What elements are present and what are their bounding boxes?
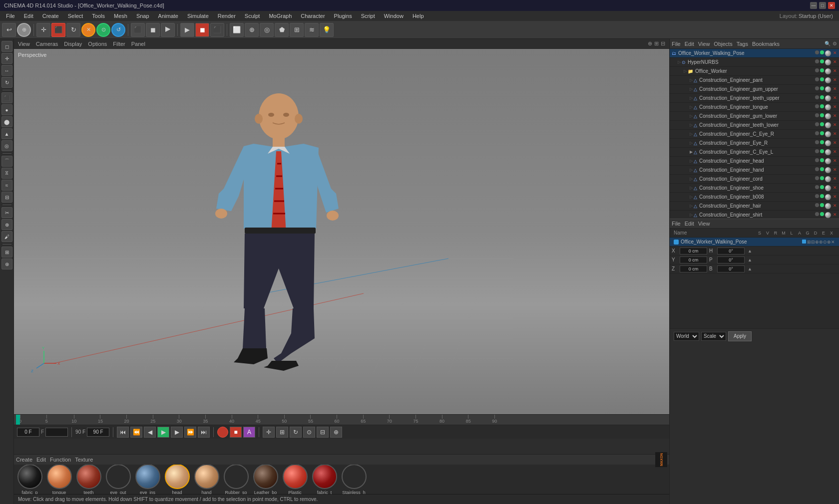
om-edit[interactable]: Edit — [685, 41, 694, 47]
material-btn[interactable]: ⊞ — [290, 23, 304, 37]
scale-button[interactable]: ⬛ — [51, 23, 65, 37]
mat-edit[interactable]: Edit — [36, 457, 46, 463]
obj-delete-16[interactable]: ✕ — [833, 194, 837, 200]
vh-icon1[interactable]: ⊕ — [648, 40, 652, 47]
open-button[interactable]: ◼ — [146, 23, 160, 37]
obj-row-Construction_Engineer_shoe[interactable]: ▷△Construction_Engineer_shoe✕ — [670, 184, 839, 193]
menu-character[interactable]: Character — [297, 12, 329, 20]
tc-rotate[interactable]: ↻ — [290, 427, 302, 438]
layout-value[interactable]: Startup (User) — [799, 13, 833, 19]
mat-item-Stainless_h[interactable]: Stainless_h — [340, 465, 368, 494]
om-objects[interactable]: Objects — [714, 41, 732, 47]
am-view[interactable]: View — [698, 221, 710, 227]
lt-extrude[interactable]: ⧖ — [1, 168, 12, 179]
move-button[interactable]: ✛ — [36, 23, 50, 37]
cursor-button[interactable]: ⊕ — [17, 23, 31, 37]
menu-animate[interactable]: Animate — [154, 12, 182, 20]
lt-cone[interactable]: ▲ — [1, 128, 12, 139]
menu-mesh[interactable]: Mesh — [110, 12, 131, 20]
lt-grid[interactable]: ⊞ — [1, 247, 12, 257]
attr-x-pos[interactable] — [680, 248, 707, 254]
obj-delete-9[interactable]: ✕ — [833, 131, 837, 137]
menu-select[interactable]: Select — [64, 12, 87, 20]
render-btn[interactable]: ▶ — [180, 23, 194, 37]
om-tags[interactable]: Tags — [737, 41, 748, 47]
obj-delete-7[interactable]: ✕ — [833, 113, 837, 119]
obj-delete-13[interactable]: ✕ — [833, 167, 837, 173]
obj-delete-18[interactable]: ✕ — [833, 212, 837, 218]
obj-row-Construction_Engineer_cord[interactable]: ▷△Construction_Engineer_cord✕ — [670, 175, 839, 184]
menu-create[interactable]: Create — [38, 12, 63, 20]
render-active[interactable]: ◼ — [195, 23, 209, 37]
attr-h-val[interactable] — [717, 248, 745, 254]
next-frame-button[interactable]: ▶ — [171, 427, 183, 438]
tc-pla[interactable]: ⊟ — [317, 427, 329, 438]
vh-options[interactable]: Options — [88, 41, 107, 47]
menu-plugins[interactable]: Plugins — [330, 12, 356, 20]
stop-button[interactable]: ■ — [230, 427, 242, 438]
om-bookmarks[interactable]: Bookmarks — [752, 41, 780, 47]
vh-display[interactable]: Display — [64, 41, 82, 47]
om-view[interactable]: View — [698, 41, 710, 47]
obj-row-Construction_Engineer_shirt[interactable]: ▷△Construction_Engineer_shirt✕ — [670, 211, 839, 219]
obj-row-Construction_Engineer_C_Eye_L[interactable]: ▶△Construction_Engineer_C_Eye_L✕ — [670, 148, 839, 157]
object-btn[interactable]: ⬜ — [230, 23, 244, 37]
timeline-ruler[interactable]: 051015202530354045505560657075808590 — [14, 415, 669, 425]
obj-delete-14[interactable]: ✕ — [833, 176, 837, 182]
obj-delete-0[interactable]: ✕ — [833, 50, 837, 56]
mat-item-teeth[interactable]: teeth — [75, 465, 102, 494]
lt-sphere[interactable]: ● — [1, 104, 12, 115]
menu-sculpt[interactable]: Sculpt — [241, 12, 264, 20]
viewport-3d[interactable]: X Y Z — [14, 49, 669, 414]
null-btn[interactable]: ⊕ — [245, 23, 259, 37]
mat-item-Plastic[interactable]: Plastic — [281, 465, 309, 494]
am-file[interactable]: File — [672, 221, 681, 227]
scale2-button[interactable]: ⊙ — [96, 23, 110, 37]
current-frame-input[interactable] — [17, 428, 39, 437]
skip-end-button[interactable]: ⏭ — [198, 427, 210, 438]
camera-btn[interactable]: ◎ — [260, 23, 274, 37]
lt-select[interactable]: ◻ — [1, 41, 12, 52]
obj-delete-10[interactable]: ✕ — [833, 140, 837, 146]
lt-loft[interactable]: ⊟ — [1, 192, 12, 203]
new-button[interactable]: ⬛ — [131, 23, 145, 37]
om-settings-icon[interactable]: ⚙ — [833, 41, 837, 46]
end-frame-input[interactable] — [87, 428, 109, 437]
lt-cylinder[interactable]: ⬤ — [1, 116, 12, 127]
mat-item-head[interactable]: head — [163, 465, 191, 494]
light-btn[interactable]: ⬟ — [275, 23, 289, 37]
next-keyframe-button[interactable]: ⏩ — [184, 427, 196, 438]
obj-row-Construction_Engineer_hair[interactable]: ▷△Construction_Engineer_hair✕ — [670, 202, 839, 211]
vh-icon3[interactable]: ⊟ — [661, 40, 665, 47]
mat-item-eye_ins[interactable]: eye_ins — [134, 465, 161, 494]
prev-frame-button[interactable]: ◀ — [144, 427, 156, 438]
lt-scale[interactable]: ↔ — [1, 65, 12, 76]
vh-panel[interactable]: Panel — [131, 41, 145, 47]
undo-button[interactable]: ↩ — [2, 23, 16, 37]
obj-delete-1[interactable]: ✕ — [833, 59, 837, 65]
minimize-button[interactable]: — — [810, 2, 817, 9]
obj-row-Construction_Engineer_tongue[interactable]: ▷△Construction_Engineer_tongue✕ — [670, 103, 839, 112]
obj-delete-6[interactable]: ✕ — [833, 104, 837, 110]
menu-file[interactable]: File — [2, 12, 19, 20]
menu-edit[interactable]: Edit — [20, 12, 37, 20]
tc-move[interactable]: ✛ — [263, 427, 275, 438]
object-list[interactable]: 🗂Office_Worker_Walking_Pose✕▷⊙HyperNURBS… — [670, 49, 839, 219]
mat-item-Rubber_so[interactable]: Rubber_so — [222, 465, 250, 494]
play-button[interactable]: ▶ — [157, 427, 169, 438]
obj-row-Construction_Engineer_teeth_lower[interactable]: ▷△Construction_Engineer_teeth_lower✕ — [670, 121, 839, 130]
mat-item-hand[interactable]: hand — [193, 465, 220, 494]
auto-key-button[interactable]: A — [243, 427, 255, 438]
obj-delete-2[interactable]: ✕ — [833, 68, 837, 74]
prev-keyframe-button[interactable]: ⏪ — [130, 427, 142, 438]
transform-button[interactable]: ✕ — [81, 23, 95, 37]
menu-simulate[interactable]: Simulate — [183, 12, 213, 20]
mat-item-eye_out[interactable]: eye_out — [104, 465, 132, 494]
lt-box[interactable]: ⬛ — [1, 92, 12, 103]
menu-window[interactable]: Window — [380, 12, 408, 20]
vh-cameras[interactable]: Cameras — [36, 41, 58, 47]
lt-brush[interactable]: 🖌 — [1, 231, 12, 242]
obj-delete-15[interactable]: ✕ — [833, 185, 837, 191]
mat-create[interactable]: Create — [16, 457, 32, 463]
om-search-icon[interactable]: 🔍 — [825, 41, 831, 46]
